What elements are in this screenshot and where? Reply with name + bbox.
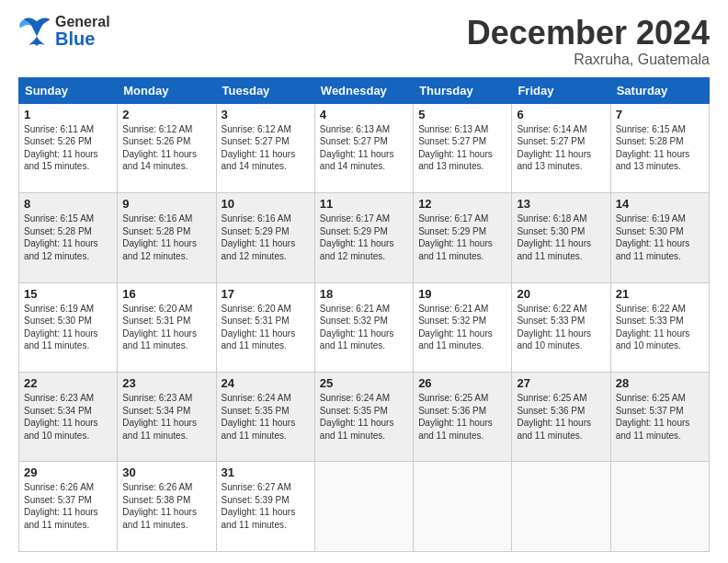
day-number: 25 bbox=[320, 376, 408, 390]
day-info: Sunrise: 6:23 AMSunset: 5:34 PMDaylight:… bbox=[122, 392, 210, 442]
calendar-cell bbox=[314, 462, 413, 552]
calendar-header-thursday: Thursday bbox=[414, 77, 512, 103]
day-info: Sunrise: 6:15 AMSunset: 5:28 PMDaylight:… bbox=[616, 123, 704, 173]
day-number: 21 bbox=[616, 287, 704, 301]
day-info: Sunrise: 6:17 AMSunset: 5:29 PMDaylight:… bbox=[320, 213, 408, 262]
day-info: Sunrise: 6:13 AMSunset: 5:27 PMDaylight:… bbox=[418, 123, 506, 173]
calendar-table: SundayMondayTuesdayWednesdayThursdayFrid… bbox=[18, 77, 710, 552]
calendar-cell: 9Sunrise: 6:16 AMSunset: 5:28 PMDaylight… bbox=[118, 193, 216, 282]
day-info: Sunrise: 6:12 AMSunset: 5:26 PMDaylight:… bbox=[122, 123, 210, 173]
month-title: December 2024 bbox=[467, 15, 710, 52]
day-info: Sunrise: 6:19 AMSunset: 5:30 PMDaylight:… bbox=[616, 213, 704, 262]
calendar-header-wednesday: Wednesday bbox=[314, 77, 413, 103]
logo-blue: Blue bbox=[55, 29, 110, 48]
day-number: 30 bbox=[122, 465, 210, 479]
day-info: Sunrise: 6:12 AMSunset: 5:27 PMDaylight:… bbox=[222, 123, 310, 173]
day-info: Sunrise: 6:16 AMSunset: 5:28 PMDaylight:… bbox=[122, 213, 210, 262]
day-info: Sunrise: 6:25 AMSunset: 5:37 PMDaylight:… bbox=[616, 392, 704, 442]
day-info: Sunrise: 6:15 AMSunset: 5:28 PMDaylight:… bbox=[24, 213, 112, 262]
day-number: 5 bbox=[418, 108, 506, 121]
day-info: Sunrise: 6:13 AMSunset: 5:27 PMDaylight:… bbox=[320, 123, 408, 173]
day-number: 8 bbox=[24, 197, 112, 211]
calendar-cell: 13Sunrise: 6:18 AMSunset: 5:30 PMDayligh… bbox=[512, 193, 610, 282]
calendar-week-row: 8Sunrise: 6:15 AMSunset: 5:28 PMDaylight… bbox=[19, 193, 710, 282]
day-info: Sunrise: 6:22 AMSunset: 5:33 PMDaylight:… bbox=[616, 303, 704, 352]
calendar-cell: 15Sunrise: 6:19 AMSunset: 5:30 PMDayligh… bbox=[19, 282, 118, 372]
calendar-cell: 25Sunrise: 6:24 AMSunset: 5:35 PMDayligh… bbox=[314, 373, 413, 462]
calendar-cell: 5Sunrise: 6:13 AMSunset: 5:27 PMDaylight… bbox=[414, 103, 512, 192]
day-info: Sunrise: 6:27 AMSunset: 5:39 PMDaylight:… bbox=[222, 481, 310, 531]
calendar-cell: 22Sunrise: 6:23 AMSunset: 5:34 PMDayligh… bbox=[19, 373, 118, 462]
day-info: Sunrise: 6:11 AMSunset: 5:26 PMDaylight:… bbox=[24, 123, 112, 173]
calendar-header-tuesday: Tuesday bbox=[216, 77, 314, 103]
logo-general: General bbox=[55, 15, 110, 29]
page: General Blue December 2024 Raxruha, Guat… bbox=[0, 0, 728, 563]
day-info: Sunrise: 6:17 AMSunset: 5:29 PMDaylight:… bbox=[418, 213, 506, 262]
day-number: 24 bbox=[222, 376, 310, 390]
day-info: Sunrise: 6:26 AMSunset: 5:37 PMDaylight:… bbox=[24, 481, 112, 531]
day-number: 9 bbox=[122, 197, 210, 211]
day-number: 14 bbox=[616, 197, 704, 211]
calendar-cell: 28Sunrise: 6:25 AMSunset: 5:37 PMDayligh… bbox=[610, 373, 709, 462]
day-info: Sunrise: 6:21 AMSunset: 5:32 PMDaylight:… bbox=[418, 303, 506, 352]
calendar-cell: 17Sunrise: 6:20 AMSunset: 5:31 PMDayligh… bbox=[216, 282, 314, 372]
calendar-cell: 3Sunrise: 6:12 AMSunset: 5:27 PMDaylight… bbox=[216, 103, 314, 192]
day-number: 12 bbox=[418, 197, 506, 211]
calendar-header-sunday: Sunday bbox=[19, 77, 118, 103]
day-info: Sunrise: 6:22 AMSunset: 5:33 PMDaylight:… bbox=[517, 303, 605, 352]
calendar-cell: 1Sunrise: 6:11 AMSunset: 5:26 PMDaylight… bbox=[19, 103, 118, 192]
calendar-cell: 11Sunrise: 6:17 AMSunset: 5:29 PMDayligh… bbox=[314, 193, 413, 282]
day-number: 7 bbox=[616, 108, 704, 121]
calendar-cell: 20Sunrise: 6:22 AMSunset: 5:33 PMDayligh… bbox=[512, 282, 610, 372]
day-info: Sunrise: 6:24 AMSunset: 5:35 PMDaylight:… bbox=[320, 392, 408, 442]
day-number: 16 bbox=[122, 287, 210, 301]
calendar-cell: 23Sunrise: 6:23 AMSunset: 5:34 PMDayligh… bbox=[118, 373, 216, 462]
logo-text: General Blue bbox=[55, 15, 110, 48]
calendar-header-friday: Friday bbox=[512, 77, 610, 103]
calendar-cell: 7Sunrise: 6:15 AMSunset: 5:28 PMDaylight… bbox=[610, 103, 709, 192]
day-number: 11 bbox=[320, 197, 408, 211]
day-info: Sunrise: 6:24 AMSunset: 5:35 PMDaylight:… bbox=[222, 392, 310, 442]
day-number: 29 bbox=[24, 465, 112, 479]
day-info: Sunrise: 6:25 AMSunset: 5:36 PMDaylight:… bbox=[517, 392, 605, 442]
header: General Blue December 2024 Raxruha, Guat… bbox=[18, 15, 710, 68]
day-info: Sunrise: 6:16 AMSunset: 5:29 PMDaylight:… bbox=[222, 213, 310, 262]
day-number: 26 bbox=[418, 376, 506, 390]
calendar-week-row: 15Sunrise: 6:19 AMSunset: 5:30 PMDayligh… bbox=[19, 282, 710, 372]
calendar-cell: 26Sunrise: 6:25 AMSunset: 5:36 PMDayligh… bbox=[414, 373, 512, 462]
day-number: 13 bbox=[517, 197, 605, 211]
day-number: 31 bbox=[222, 465, 310, 479]
calendar-cell: 6Sunrise: 6:14 AMSunset: 5:27 PMDaylight… bbox=[512, 103, 610, 192]
calendar-cell: 4Sunrise: 6:13 AMSunset: 5:27 PMDaylight… bbox=[314, 103, 413, 192]
day-info: Sunrise: 6:14 AMSunset: 5:27 PMDaylight:… bbox=[517, 123, 605, 173]
calendar-cell: 14Sunrise: 6:19 AMSunset: 5:30 PMDayligh… bbox=[610, 193, 709, 282]
calendar-cell: 10Sunrise: 6:16 AMSunset: 5:29 PMDayligh… bbox=[216, 193, 314, 282]
day-number: 22 bbox=[24, 376, 112, 390]
day-info: Sunrise: 6:25 AMSunset: 5:36 PMDaylight:… bbox=[418, 392, 506, 442]
calendar-cell: 18Sunrise: 6:21 AMSunset: 5:32 PMDayligh… bbox=[314, 282, 413, 372]
header-right: December 2024 Raxruha, Guatemala bbox=[467, 15, 710, 68]
calendar-header-saturday: Saturday bbox=[610, 77, 709, 103]
day-number: 18 bbox=[320, 287, 408, 301]
day-number: 15 bbox=[24, 287, 112, 301]
day-number: 10 bbox=[222, 197, 310, 211]
calendar-cell: 30Sunrise: 6:26 AMSunset: 5:38 PMDayligh… bbox=[118, 462, 216, 552]
calendar-cell: 19Sunrise: 6:21 AMSunset: 5:32 PMDayligh… bbox=[414, 282, 512, 372]
calendar-cell: 24Sunrise: 6:24 AMSunset: 5:35 PMDayligh… bbox=[216, 373, 314, 462]
day-number: 27 bbox=[517, 376, 605, 390]
calendar-cell: 29Sunrise: 6:26 AMSunset: 5:37 PMDayligh… bbox=[19, 462, 118, 552]
day-number: 2 bbox=[122, 108, 210, 121]
day-number: 17 bbox=[222, 287, 310, 301]
day-number: 6 bbox=[517, 108, 605, 121]
day-number: 19 bbox=[418, 287, 506, 301]
calendar-cell: 8Sunrise: 6:15 AMSunset: 5:28 PMDaylight… bbox=[19, 193, 118, 282]
calendar-week-row: 29Sunrise: 6:26 AMSunset: 5:37 PMDayligh… bbox=[19, 462, 710, 552]
location: Raxruha, Guatemala bbox=[467, 52, 710, 68]
day-info: Sunrise: 6:20 AMSunset: 5:31 PMDaylight:… bbox=[122, 303, 210, 352]
calendar-cell: 16Sunrise: 6:20 AMSunset: 5:31 PMDayligh… bbox=[118, 282, 216, 372]
calendar-week-row: 1Sunrise: 6:11 AMSunset: 5:26 PMDaylight… bbox=[19, 103, 710, 192]
day-number: 23 bbox=[122, 376, 210, 390]
calendar-cell: 31Sunrise: 6:27 AMSunset: 5:39 PMDayligh… bbox=[216, 462, 314, 552]
day-number: 3 bbox=[222, 108, 310, 121]
calendar-cell bbox=[610, 462, 709, 552]
